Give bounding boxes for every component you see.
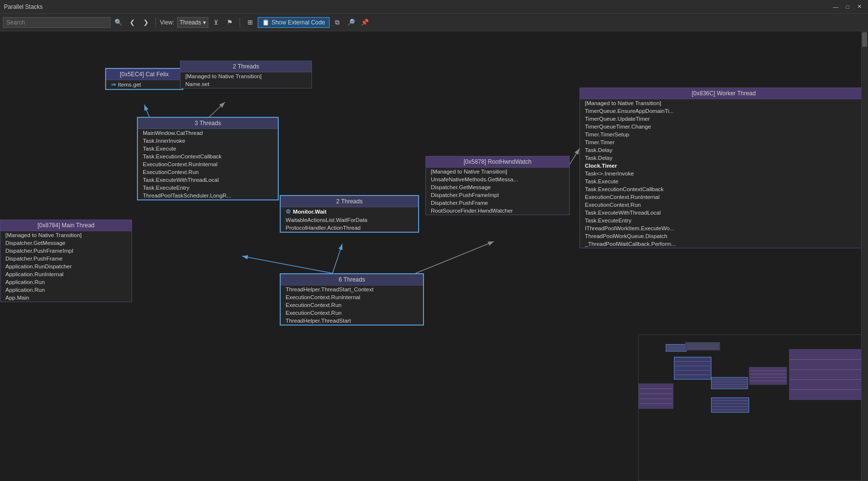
root-hwnd-header: [0x5878] RootHwndWatch	[426, 156, 569, 168]
worker-item-11: Task.ExecutionContextCallback	[580, 185, 868, 193]
filter-icon[interactable]: ⊻	[210, 17, 222, 28]
worker-item-16: IThreadPoolWorkItem.ExecuteWo...	[580, 224, 868, 232]
6threads-item-0: ThreadHelper.ThreadStart_Context	[281, 285, 423, 293]
worker-item-14: Task.ExecuteWithThreadLocal	[580, 209, 868, 217]
worker-item-15: Task.ExecuteEntry	[580, 217, 868, 224]
back-button[interactable]: ❮	[126, 17, 138, 28]
worker-item-10: Task.Execute	[580, 177, 868, 185]
3threads-item-6: Task.ExecuteWithThreadLocal	[138, 176, 278, 184]
worker-item-0: [Managed to Native Transition]	[580, 99, 868, 107]
node-3threads: 3 Threads MainWindow.CatThread Task.Inne…	[137, 117, 279, 200]
root-hwnd-item-3: Dispatcher.PushFrameImpl	[426, 191, 569, 199]
node-root-hwnd: [0x5878] RootHwndWatch [Managed to Nativ…	[425, 156, 570, 215]
monitor-icon: ⚙	[286, 208, 291, 215]
6threads-item-2: ExecutionContext.Run	[281, 301, 423, 309]
worker-item-18: _ThreadPoolWaitCallback.Perform...	[580, 240, 868, 248]
worker-item-3: TimerQueueTimer.Change	[580, 123, 868, 131]
main-canvas: [0x5EC4] Cat Felix Items.get 2 Threads […	[0, 31, 868, 481]
main-thread-item-4: Application.RunDispatcher	[0, 262, 132, 270]
6threads-item-1: ExecutionContext.RunInternal	[281, 293, 423, 301]
worker-item-7: Task.Delay	[580, 154, 868, 162]
node-6threads: 6 Threads ThreadHelper.ThreadStart_Conte…	[280, 273, 424, 326]
main-thread-item-1: Dispatcher.GetMessage	[0, 239, 132, 247]
worker-item-4: Timer.TimerSetup	[580, 131, 868, 138]
toolbar: 🔍 ❮ ❯ View: Threads ▾ ⊻ ⚑ ⊞ 📋 Show Exter…	[0, 14, 868, 31]
3threads-item-0: MainWindow.CatThread	[138, 129, 278, 137]
monitor-wait-item: ⚙ Monitor.Wait	[281, 207, 418, 216]
worker-item-1: TimerQueue.EnsureAppDomainTi...	[580, 107, 868, 115]
search-icon-btn[interactable]: 🔍	[112, 17, 124, 28]
view-value: Threads	[179, 19, 201, 26]
3threads-header: 3 Threads	[138, 118, 278, 129]
worker-item-2: TimerQueue.UpdateTimer	[580, 115, 868, 123]
worker-thread-header: [0x836C] Worker Thread	[580, 88, 868, 99]
flag-icon[interactable]: ⚑	[224, 17, 236, 28]
scrollbar-thumb[interactable]	[862, 32, 867, 47]
worker-item-6: Task.Delay	[580, 146, 868, 154]
root-hwnd-item-0: [Managed to Native Transition]	[426, 168, 569, 175]
node-worker-thread: [0x836C] Worker Thread [Managed to Nativ…	[579, 87, 868, 248]
title-controls: — □ ✕	[831, 2, 864, 12]
maximize-button[interactable]: □	[843, 2, 852, 12]
waitable-actions-item: WaitableActionsList.WaitForData	[281, 216, 418, 224]
3threads-item-3: Task.ExecutionContextCallback	[138, 153, 278, 160]
node-cat-felix: [0x5EC4] Cat Felix Items.get	[105, 68, 183, 90]
main-thread-item-3: Dispatcher.PushFrame	[0, 255, 132, 262]
root-hwnd-item-5: RootSourceFinder.HwndWatcher	[426, 207, 569, 215]
3threads-item-2: Task.Execute	[138, 145, 278, 153]
show-external-button[interactable]: 📋 Show External Code	[258, 17, 329, 28]
pin-icon[interactable]: 📌	[359, 17, 371, 28]
toggle-icon[interactable]: ⧉	[332, 17, 343, 28]
2threads-monitor-header: 2 Threads	[281, 196, 418, 207]
close-button[interactable]: ✕	[854, 2, 864, 12]
show-external-label: Show External Code	[271, 19, 325, 26]
chevron-down-icon: ▾	[203, 19, 206, 26]
3threads-item-8: ThreadPoolTaskScheduler.LongR...	[138, 192, 278, 199]
2threads-top-header: 2 Threads	[180, 61, 312, 72]
worker-item-13: ExecutionContext.Run	[580, 201, 868, 209]
mini-map	[638, 334, 868, 481]
6threads-header: 6 Threads	[281, 274, 423, 285]
main-thread-item-8: App.Main	[0, 294, 132, 302]
6threads-item-4: ThreadHelper.ThreadStart	[281, 317, 423, 325]
forward-button[interactable]: ❯	[140, 17, 152, 28]
main-thread-item-7: Application.Run	[0, 286, 132, 294]
main-thread-item-2: Dispatcher.PushFrameImpl	[0, 247, 132, 255]
cat-felix-items-get: Items.get	[106, 80, 182, 89]
root-hwnd-item-1: UnsafeNativeMethods.GetMessa...	[426, 175, 569, 183]
main-thread-item-0: [Managed to Native Transition]	[0, 231, 132, 239]
worker-item-17: ThreadPoolWorkQueue.Dispatch	[580, 232, 868, 240]
2threads-top-item-1: Name.set	[180, 80, 312, 88]
mini-map-canvas	[639, 335, 868, 481]
node-2threads-monitor: 2 Threads ⚙ Monitor.Wait WaitableActions…	[280, 195, 419, 233]
worker-item-5: Timer.Timer	[580, 138, 868, 146]
root-hwnd-item-4: Dispatcher.PushFrame	[426, 199, 569, 207]
3threads-item-5: ExecutionContext.Run	[138, 168, 278, 176]
view-dropdown[interactable]: Threads ▾	[177, 17, 208, 28]
cat-felix-header: [0x5EC4] Cat Felix	[106, 69, 182, 80]
view-label: View:	[160, 19, 174, 26]
right-scrollbar[interactable]	[861, 31, 868, 481]
title-bar: Parallel Stacks — □ ✕	[0, 0, 868, 14]
root-hwnd-item-2: Dispatcher.GetMessage	[426, 183, 569, 191]
3threads-item-7: Task.ExecuteEntry	[138, 184, 278, 192]
3threads-item-4: ExecutionContext.RunInternal	[138, 160, 278, 168]
minimize-button[interactable]: —	[831, 2, 841, 12]
zoom-icon[interactable]: 🔎	[345, 17, 357, 28]
main-thread-header: [0x8784] Main Thread	[0, 220, 132, 231]
separator-2	[240, 18, 240, 27]
external-code-icon: 📋	[262, 19, 269, 26]
3threads-item-1: Task.InnerInvoke	[138, 137, 278, 145]
search-input[interactable]	[3, 17, 111, 28]
layout-icon[interactable]: ⊞	[244, 17, 256, 28]
worker-item-12: ExecutionContext.RunInternal	[580, 193, 868, 201]
worker-item-9: Task<>.InnerInvoke	[580, 170, 868, 177]
2threads-top-item-0: [Managed to Native Transition]	[180, 72, 312, 80]
node-2threads-top: 2 Threads [Managed to Native Transition]…	[180, 61, 312, 88]
separator-1	[156, 18, 156, 27]
main-thread-item-5: Application.RunInternal	[0, 270, 132, 278]
6threads-item-3: ExecutionContext.Run	[281, 309, 423, 317]
clock-timer-item: Clock.Timer	[580, 162, 868, 170]
node-main-thread: [0x8784] Main Thread [Managed to Native …	[0, 219, 132, 302]
app-title: Parallel Stacks	[4, 3, 43, 10]
